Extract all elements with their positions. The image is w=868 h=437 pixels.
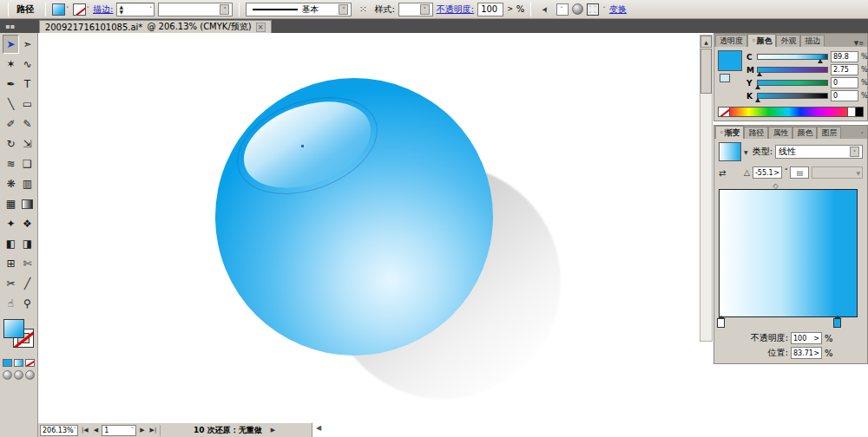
chevron-down-icon[interactable]: ˅ <box>149 6 153 13</box>
document-tab[interactable]: 200921716101085.ai* @ 206.13% (CMYK/预览) … <box>39 20 272 33</box>
vertical-scrollbar[interactable]: ▲ <box>700 35 713 342</box>
stepper-icon[interactable]: > <box>813 349 819 357</box>
opacity-input[interactable]: 100 <box>477 3 503 16</box>
stepper-icon[interactable]: > <box>813 335 819 342</box>
tab-pathfinder[interactable]: 路径 <box>744 127 768 139</box>
select-similar-options-dropdown[interactable]: ˅ <box>556 3 569 16</box>
last-page-button[interactable]: ▶| <box>148 427 159 434</box>
channel-slider[interactable] <box>757 67 828 73</box>
channel-value-input[interactable]: 0 <box>831 90 858 101</box>
free-transform-tool[interactable]: ❑ <box>19 154 36 173</box>
vertical-scroll-thumb[interactable] <box>700 49 712 94</box>
tab-layers[interactable]: 图层 <box>817 127 841 139</box>
stroke-weight-stepper[interactable]: ▲▼ ˅ <box>116 3 155 16</box>
panel-fill-swatch[interactable] <box>718 50 742 71</box>
line-segment-tool[interactable]: ╲ <box>3 95 19 114</box>
tab-stroke[interactable]: 描边 <box>800 35 825 47</box>
black-swatch[interactable] <box>856 107 864 117</box>
fill-color-swatch[interactable] <box>3 319 24 338</box>
stroke-link[interactable]: 描边: <box>93 3 113 16</box>
gradient-position-input[interactable]: 83.71 > <box>791 347 822 359</box>
gradient-tool[interactable] <box>19 194 36 213</box>
select-similar-icon[interactable]: ➤ <box>536 0 556 19</box>
reference-point-icon[interactable] <box>587 3 599 16</box>
recolor-artwork-icon[interactable] <box>572 3 583 15</box>
panel-menu-icon[interactable]: ▼≡ <box>851 40 867 47</box>
graph-tool[interactable]: ▥ <box>19 174 36 193</box>
transform-link[interactable]: 变换 <box>609 3 627 16</box>
paintbrush-tool[interactable]: ✐ <box>3 114 19 134</box>
gradient-stop-blue[interactable] <box>833 318 841 328</box>
stepper-icon[interactable]: > <box>773 169 779 177</box>
status-menu-icon[interactable]: ▶ <box>269 427 277 434</box>
normal-screen-mode-button[interactable] <box>3 370 12 380</box>
gradient-opacity-input[interactable]: 100 > <box>791 332 822 344</box>
stepper-icon[interactable]: > <box>507 5 513 13</box>
hand-tool[interactable]: ☝ <box>3 294 19 313</box>
rectangle-tool[interactable]: ▭ <box>19 95 36 114</box>
chevron-down-icon[interactable]: ▼ <box>744 149 748 155</box>
type-tool[interactable]: T <box>19 75 36 94</box>
zoom-tool[interactable]: ⚲ <box>19 294 36 313</box>
live-paint-bucket-tool[interactable]: ◧ <box>3 234 19 253</box>
first-page-button[interactable]: |◀ <box>80 427 90 434</box>
channel-slider[interactable] <box>757 80 828 86</box>
slider-marker[interactable] <box>755 98 760 102</box>
hscroll-left-icon[interactable]: ◀ <box>316 424 321 432</box>
gradient-mode-button[interactable] <box>14 359 23 367</box>
scissors-tool[interactable]: ✂ <box>3 274 19 293</box>
anchor-point[interactable] <box>301 145 304 147</box>
stroke-color-dropdown[interactable]: ˅ <box>73 3 90 16</box>
rotate-tool[interactable]: ↻ <box>3 134 19 153</box>
none-color-swatch[interactable] <box>718 107 730 117</box>
mesh-tool[interactable]: ▦ <box>3 194 19 213</box>
spinner-icon[interactable]: ▲▼ <box>119 4 123 15</box>
scroll-up-icon[interactable]: ▲ <box>700 36 712 48</box>
eyedropper-tool[interactable]: ✦ <box>3 214 19 233</box>
blend-tool[interactable]: ❖ <box>19 214 36 233</box>
chevron-down-icon[interactable]: ˅ <box>602 6 606 13</box>
brush-dropdown[interactable]: 基本 ˅ <box>246 3 352 16</box>
gradient-angle-input[interactable]: -55.1 > <box>753 166 782 179</box>
zoom-level-dropdown[interactable]: 206.13% ˅ <box>40 425 78 436</box>
prev-page-button[interactable]: ◀ <box>92 427 100 434</box>
gradient-type-dropdown[interactable]: 线性 ˅ <box>775 145 863 159</box>
page-number-dropdown[interactable]: 1 ˅ <box>102 425 136 436</box>
warp-tool[interactable]: ≋ <box>3 154 19 173</box>
pen-tool[interactable]: ✒ <box>3 75 19 94</box>
panel-menu-icon[interactable]: ˅ <box>858 132 868 139</box>
status-field[interactable]: 10 次还原：无重做 ▶ <box>160 425 310 436</box>
channel-value-input[interactable]: 89.8 <box>831 51 858 62</box>
reverse-gradient-icon[interactable]: ⇄ <box>719 168 736 178</box>
white-swatch[interactable] <box>848 107 856 117</box>
symbol-sprayer-tool[interactable]: ❋ <box>3 174 19 193</box>
slider-marker[interactable] <box>757 72 762 76</box>
pencil-tool[interactable]: ✎ <box>19 114 36 134</box>
channel-slider[interactable] <box>757 93 828 99</box>
slider-marker[interactable] <box>755 85 760 89</box>
channel-value-input[interactable]: 2.75 <box>831 64 858 75</box>
magic-wand-tool[interactable]: ✶ <box>3 55 19 74</box>
gradient-thumbnail[interactable] <box>719 142 741 161</box>
channel-slider[interactable] <box>757 54 828 60</box>
crop-area-tool[interactable]: ⊞ <box>3 254 19 273</box>
direct-selection-tool[interactable]: ➣ <box>19 35 36 54</box>
midpoint-diamond-icon[interactable]: ◇ <box>773 182 778 190</box>
selection-tool[interactable]: ➤ <box>3 35 19 54</box>
tab-attributes[interactable]: 属性 <box>768 127 792 139</box>
scale-tool[interactable]: ⇲ <box>19 134 36 153</box>
color-spectrum-bar[interactable] <box>730 107 848 117</box>
gradient-preview[interactable] <box>719 189 858 317</box>
knife-tool[interactable]: ╱ <box>19 274 36 293</box>
color-mode-button[interactable] <box>3 359 12 367</box>
brush-options-icon[interactable]: ⁙ <box>355 3 371 16</box>
tab-appearance[interactable]: 外观 <box>776 35 800 47</box>
gradient-stop-white[interactable] <box>717 318 725 328</box>
tab-transparency[interactable]: 透明度 <box>715 35 747 47</box>
style-dropdown[interactable]: ˅ <box>398 3 433 16</box>
fill-color-dropdown[interactable]: ˅ <box>52 3 69 16</box>
panel-stroke-swatch[interactable] <box>720 74 730 82</box>
live-paint-selection-tool[interactable]: ◨ <box>19 234 36 253</box>
tab-color-2[interactable]: 颜色 <box>792 127 817 139</box>
close-tab-icon[interactable]: × <box>256 23 266 32</box>
